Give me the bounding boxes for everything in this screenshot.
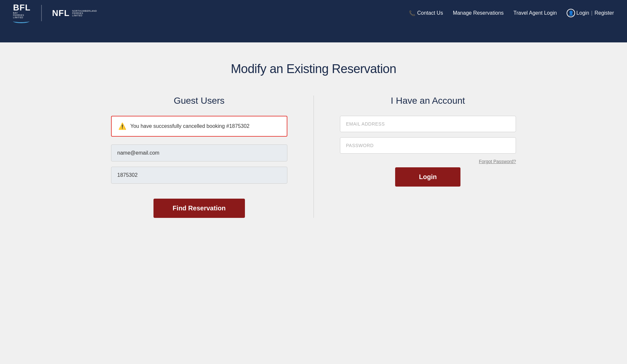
contact-us-link[interactable]: 📞 Contact Us — [409, 10, 443, 16]
phone-icon: 📞 — [409, 10, 415, 16]
blue-band — [0, 26, 627, 42]
bfl-logo-subtext: BAY FERRIES LIMITED — [13, 12, 24, 19]
forgot-password-link[interactable]: Forgot Password? — [340, 159, 516, 164]
nfl-logo: NFL NORTHUMBERLAND FERRIES LIMITED — [52, 9, 97, 17]
user-icon-symbol: 👤 — [568, 10, 574, 16]
guest-email-input[interactable] — [111, 144, 287, 161]
nav-area: 📞 Contact Us Manage Reservations Travel … — [409, 9, 614, 17]
nfl-sub1: NORTHUMBERLAND — [72, 10, 97, 12]
travel-agent-login-link[interactable]: Travel Agent Login — [513, 10, 557, 16]
register-label: Register — [594, 10, 614, 16]
bfl-sub1: BAY — [13, 12, 18, 14]
bfl-logo-text: BFL — [13, 3, 31, 12]
account-email-input[interactable] — [340, 116, 516, 132]
manage-reservations-link[interactable]: Manage Reservations — [453, 10, 504, 16]
page-title: Modify an Existing Reservation — [13, 62, 614, 76]
nfl-sub3: LIMITED — [72, 14, 82, 17]
user-nav[interactable]: 👤 Login | Register — [567, 9, 614, 17]
account-section-title: I Have an Account — [340, 96, 516, 106]
find-reservation-button[interactable]: Find Reservation — [153, 199, 245, 218]
logo-divider — [41, 5, 42, 21]
login-button[interactable]: Login — [395, 167, 460, 187]
header: BFL BAY FERRIES LIMITED NFL NORTHUMBERLA… — [0, 0, 627, 26]
alert-box: ⚠️ You have successfully cancelled booki… — [111, 116, 287, 137]
bfl-wave-icon — [13, 19, 29, 23]
bfl-logo: BFL BAY FERRIES LIMITED — [13, 3, 31, 23]
guest-section: Guest Users ⚠️ You have successfully can… — [85, 96, 314, 218]
login-label: Login — [576, 10, 589, 16]
user-icon: 👤 — [567, 9, 575, 17]
logo-area: BFL BAY FERRIES LIMITED NFL NORTHUMBERLA… — [13, 3, 97, 23]
account-section: I Have an Account Forgot Password? Login — [314, 96, 542, 218]
guest-booking-number-input[interactable] — [111, 167, 287, 184]
two-col-layout: Guest Users ⚠️ You have successfully can… — [85, 96, 542, 218]
nfl-logo-subtext: NORTHUMBERLAND FERRIES LIMITED — [72, 10, 97, 17]
manage-reservations-label: Manage Reservations — [453, 10, 504, 16]
travel-agent-login-label: Travel Agent Login — [513, 10, 557, 16]
bfl-sub2: FERRIES — [13, 14, 24, 16]
alert-triangle-icon: ⚠️ — [118, 122, 126, 130]
nfl-sub2: FERRIES — [72, 12, 83, 14]
nfl-logo-text: NFL — [52, 9, 70, 17]
contact-us-label: Contact Us — [417, 10, 443, 16]
account-password-input[interactable] — [340, 137, 516, 154]
guest-section-title: Guest Users — [111, 96, 287, 106]
main-content: Modify an Existing Reservation Guest Use… — [0, 42, 627, 364]
alert-text: You have successfully cancelled booking … — [130, 123, 249, 129]
nav-separator: | — [591, 10, 592, 16]
bfl-sub3: LIMITED — [13, 16, 23, 19]
